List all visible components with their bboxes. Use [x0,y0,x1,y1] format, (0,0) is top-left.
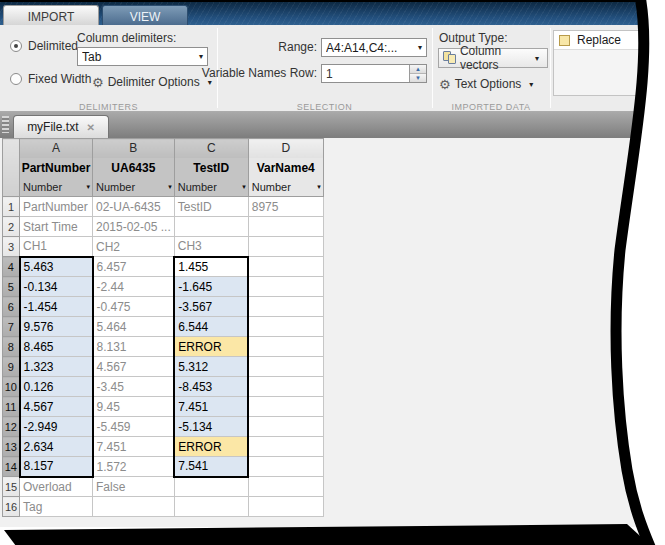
grid-cell-C10[interactable]: -8.453 [174,377,248,397]
grid-cell-C14[interactable]: 7.541 [174,457,248,477]
spin-up-icon[interactable]: ▲ [410,65,426,74]
column-delimiter-combo[interactable]: Tab ▾ [77,47,208,66]
column-header-letter-A[interactable]: A [20,139,93,158]
grid-cell-D12[interactable] [248,417,323,437]
grid-cell-B11[interactable]: 9.45 [93,397,175,417]
grid-cell-D6[interactable] [248,297,323,317]
grid-cell-B3[interactable]: CH2 [93,237,175,257]
grid-cell-C11[interactable]: 7.451 [174,397,248,417]
radio-delimited[interactable]: Delimited [10,39,78,53]
replace-rule-row[interactable]: Replace [554,31,644,50]
grid-cell-A7[interactable]: 9.576 [20,317,93,337]
grid-cell-B15[interactable]: False [93,477,175,497]
grid-corner[interactable] [3,139,20,197]
grid-cell-A10[interactable]: 0.126 [20,377,93,397]
grid-cell-B4[interactable]: 6.457 [93,257,175,277]
column-type-dropdown-A[interactable]: Number▾ [20,179,93,197]
grid-cell-C4[interactable]: 1.455 [174,257,248,277]
column-type-dropdown-D[interactable]: Number▾ [248,179,323,197]
column-header-letter-B[interactable]: B [93,139,175,158]
column-variable-name-B[interactable]: UA6435 [93,158,175,179]
grid-cell-A4[interactable]: 5.463 [20,257,93,277]
range-combo[interactable]: A4:A14,C4:... ▾ [321,38,427,57]
column-header-letter-D[interactable]: D [248,139,323,158]
row-header-5[interactable]: 5 [3,277,20,297]
grid-cell-A6[interactable]: -1.454 [20,297,93,317]
grid-cell-B1[interactable]: 02-UA-6435 [93,197,175,217]
grid-cell-A15[interactable]: Overload [20,477,93,497]
grid-cell-C13[interactable]: ERROR [174,437,248,457]
row-header-6[interactable]: 6 [3,297,20,317]
row-header-9[interactable]: 9 [3,357,20,377]
grid-cell-D7[interactable] [248,317,323,337]
grid-cell-B5[interactable]: -2.44 [93,277,175,297]
grid-cell-D15[interactable] [248,477,323,497]
spin-down-icon[interactable]: ▼ [410,74,426,82]
grid-cell-D1[interactable]: 8975 [248,197,323,217]
grid-cell-A11[interactable]: 4.567 [20,397,93,417]
grid-cell-B16[interactable] [93,497,175,517]
grid-cell-D8[interactable] [248,337,323,357]
column-header-letter-C[interactable]: C [174,139,248,158]
delimiter-options-button[interactable]: ⚙ Delimiter Options ▾ [92,75,216,89]
row-header-3[interactable]: 3 [3,237,20,257]
grid-cell-A13[interactable]: 2.634 [20,437,93,457]
grid-cell-D4[interactable] [248,257,323,277]
grid-cell-A8[interactable]: 8.465 [20,337,93,357]
grid-cell-D3[interactable] [248,237,323,257]
grid-cell-B6[interactable]: -0.475 [93,297,175,317]
grid-cell-D14[interactable] [248,457,323,477]
drag-grip-icon[interactable] [2,116,9,133]
grid-cell-A9[interactable]: 1.323 [20,357,93,377]
grid-cell-C1[interactable]: TestID [174,197,248,217]
grid-cell-C6[interactable]: -3.567 [174,297,248,317]
grid-cell-B13[interactable]: 7.451 [93,437,175,457]
row-header-7[interactable]: 7 [3,317,20,337]
grid-cell-D10[interactable] [248,377,323,397]
grid-cell-A16[interactable]: Tag [20,497,93,517]
column-variable-name-A[interactable]: PartNumber [20,158,93,179]
column-type-dropdown-B[interactable]: Number▾ [93,179,175,197]
row-header-11[interactable]: 11 [3,397,20,417]
row-header-2[interactable]: 2 [3,217,20,237]
row-header-4[interactable]: 4 [3,257,20,277]
row-header-15[interactable]: 15 [3,477,20,497]
row-header-1[interactable]: 1 [3,197,20,217]
grid-cell-C3[interactable]: CH3 [174,237,248,257]
row-header-14[interactable]: 14 [3,457,20,477]
text-options-button[interactable]: ⚙ Text Options ▾ [439,77,537,91]
grid-cell-C7[interactable]: 6.544 [174,317,248,337]
tab-view[interactable]: VIEW [102,5,188,27]
grid-cell-A2[interactable]: Start Time [20,217,93,237]
row-header-16[interactable]: 16 [3,497,20,517]
grid-cell-D9[interactable] [248,357,323,377]
grid-cell-B12[interactable]: -5.459 [93,417,175,437]
grid-cell-D5[interactable] [248,277,323,297]
radio-fixed-width[interactable]: Fixed Width [10,72,91,86]
grid-cell-B14[interactable]: 1.572 [93,457,175,477]
grid-cell-C15[interactable] [174,477,248,497]
document-tab-myfile[interactable]: myFile.txt ✕ [13,115,109,138]
tab-import[interactable]: IMPORT [3,5,99,27]
grid-cell-C5[interactable]: -1.645 [174,277,248,297]
grid-cell-B2[interactable]: 2015-02-05 ... [93,217,175,237]
grid-cell-A1[interactable]: PartNumber [20,197,93,217]
output-type-dropdown[interactable]: Column vectors ▾ [438,48,548,68]
grid-cell-D16[interactable] [248,497,323,517]
grid-cell-A12[interactable]: -2.949 [20,417,93,437]
grid-cell-B9[interactable]: 4.567 [93,357,175,377]
column-variable-name-D[interactable]: VarName4 [248,158,323,179]
grid-cell-B8[interactable]: 8.131 [93,337,175,357]
grid-cell-D13[interactable] [248,437,323,457]
grid-cell-B7[interactable]: 5.464 [93,317,175,337]
grid-cell-C12[interactable]: -5.134 [174,417,248,437]
column-variable-name-C[interactable]: TestID [174,158,248,179]
column-type-dropdown-C[interactable]: Number▾ [174,179,248,197]
row-header-8[interactable]: 8 [3,337,20,357]
grid-cell-D11[interactable] [248,397,323,417]
variable-names-row-spinner[interactable]: 1 ▲ ▼ [321,64,427,83]
grid-cell-D2[interactable] [248,217,323,237]
grid-cell-C2[interactable] [174,217,248,237]
grid-cell-B10[interactable]: -3.45 [93,377,175,397]
grid-cell-C8[interactable]: ERROR [174,337,248,357]
